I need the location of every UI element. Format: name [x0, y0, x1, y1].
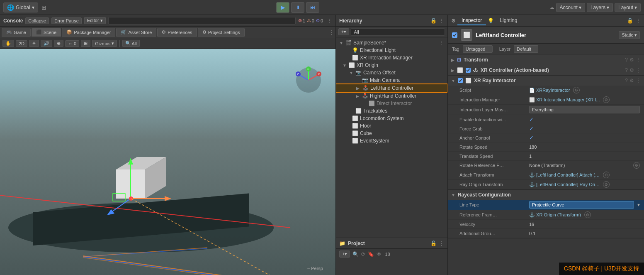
hierarchy-more-icon[interactable]: ⋮	[439, 18, 444, 24]
interaction-manager-value[interactable]: ⬜ XR Interaction Manager (XR I...	[529, 97, 600, 103]
tree-item-main-camera[interactable]: ▶ 📷 Main Camera	[336, 76, 447, 84]
xr-ray-more-icon[interactable]: ⋮	[636, 78, 641, 83]
tree-item-eventsystem[interactable]: ▶ ⬜ EventSystem	[336, 137, 447, 145]
audio-toggle-button[interactable]: 🔊	[41, 40, 52, 47]
project-eye-icon[interactable]: 👁	[377, 251, 382, 257]
light-toggle-button[interactable]: ☀	[29, 40, 39, 47]
scene-view[interactable]: Y X Z ←Persp	[0, 49, 335, 275]
transform-settings-icon[interactable]: ⚙	[629, 57, 634, 63]
raycast-header[interactable]: ▼ Raycast Configuration	[448, 190, 644, 200]
xr-ray-interactor-header[interactable]: ▼ ⬜ XR Ray Interactor ? ⚙ ⋮	[448, 76, 644, 86]
2d-button[interactable]: 2D	[16, 40, 27, 47]
script-value[interactable]: 📄 XRRayInteractor	[529, 88, 570, 93]
project-search-icon[interactable]: 🔍	[352, 251, 359, 257]
collapse-button[interactable]: Collapse	[25, 17, 49, 24]
attach-transform-value[interactable]: ⚓ [LeftHand Controller] Attach (…	[529, 172, 600, 178]
console-search-input[interactable]	[108, 17, 296, 25]
tab-game[interactable]: 🎮 Game	[2, 28, 31, 37]
object-active-checkbox[interactable]	[452, 32, 457, 38]
tree-item-direct-interactor[interactable]: ▶ ⬜ Direct Interactor	[336, 100, 447, 107]
project-sync-icon[interactable]: ⟳	[361, 251, 365, 257]
tab-inspector[interactable]: Inspector	[457, 16, 486, 25]
xr-controller-more-icon[interactable]: ⋮	[636, 67, 641, 73]
tree-item-floor[interactable]: ▶ ⬜ Floor	[336, 122, 447, 130]
tab-asset-store[interactable]: 🛒 Asset Store	[116, 28, 156, 37]
layout-button[interactable]: Layout ▾	[615, 3, 641, 12]
xr-controller-help-icon[interactable]: ?	[625, 67, 628, 73]
grid-button[interactable]: ⊞	[81, 40, 90, 47]
tab-lighting[interactable]: Lighting	[496, 16, 521, 25]
ray-origin-value[interactable]: ⚓ [LeftHand Controller] Ray Ori…	[529, 182, 600, 187]
tabs-more-icon[interactable]: ⋮	[329, 29, 334, 35]
xr-ray-help-icon[interactable]: ?	[625, 78, 628, 83]
tree-item-cube[interactable]: ▶ ⬜ Cube	[336, 130, 447, 137]
transform-more-icon[interactable]: ⋮	[636, 57, 641, 63]
hierarchy-search-input[interactable]	[351, 28, 445, 36]
interaction-manager-name: XR Interaction Manager (XR I...	[536, 97, 600, 102]
enable-interaction-checkbox[interactable]	[529, 116, 534, 123]
tree-more-icon[interactable]: ⋮	[439, 40, 444, 46]
tree-item-lefthand-controller[interactable]: ▶ 🕹️ LeftHand Controller	[336, 84, 447, 92]
pause-button[interactable]: ⏸	[291, 2, 304, 13]
tree-item-locomotion-system[interactable]: ▶ ⬜ Locomotion System	[336, 115, 447, 122]
inspector-lock-icon[interactable]: 🔓	[627, 18, 633, 24]
interaction-layer-mask-select[interactable]: Everything	[529, 106, 640, 113]
tree-item-xr-interaction-manager[interactable]: ▶ ⬜ XR Interaction Manager	[336, 54, 447, 61]
hierarchy-lock-icon[interactable]: 🔓	[430, 18, 437, 24]
tree-item-camera-offset[interactable]: ▼ 📷 Camera Offset	[336, 69, 447, 76]
tab-preferences[interactable]: ⚙ Preferences	[157, 28, 197, 37]
editor-button[interactable]: Editor ▾	[84, 17, 106, 24]
anchor-control-checkbox[interactable]	[529, 135, 534, 141]
grid-icon[interactable]: ⊞	[41, 4, 46, 11]
xr-ray-enabled[interactable]	[458, 78, 463, 83]
script-select-btn[interactable]: ⊙	[573, 87, 580, 93]
xr-ray-settings-icon[interactable]: ⚙	[629, 78, 634, 83]
project-lock-icon[interactable]: 🔓	[430, 241, 437, 246]
interaction-manager-select-btn[interactable]: ⊙	[603, 96, 610, 103]
step-button[interactable]: ⏭	[306, 2, 319, 13]
force-grab-checkbox[interactable]	[529, 125, 534, 132]
tree-item-xr-origin[interactable]: ▼ ⬜ XR Origin	[336, 61, 447, 69]
xr-controller-header[interactable]: ▶ ⬜ 🕹 XR Controller (Action-based) ? ⚙ ⋮	[448, 65, 644, 75]
tab-project-settings[interactable]: ⚙ Project Settings	[198, 28, 245, 37]
inspector-more-icon[interactable]: ⋮	[636, 18, 641, 24]
project-add-button[interactable]: +▾	[339, 250, 350, 258]
rotate-reference-btn[interactable]: ⊙	[633, 162, 640, 169]
hand-tool-button[interactable]: ✋	[2, 40, 14, 47]
effects-button[interactable]: ⊕	[54, 40, 63, 47]
reference-frame-value[interactable]: ⚓ XR Origin (Transform)	[529, 212, 581, 218]
account-button[interactable]: Account ▾	[556, 3, 585, 12]
static-button[interactable]: Static ▾	[619, 31, 640, 39]
project-more-icon[interactable]: ⋮	[439, 241, 444, 246]
tab-scene[interactable]: ⬛ Scene	[32, 28, 61, 37]
error-pause-button[interactable]: Error Pause	[51, 17, 82, 24]
xr-controller-settings-icon[interactable]: ⚙	[629, 67, 634, 73]
global-button[interactable]: 🌐 Global ▾	[3, 2, 38, 12]
move-tool[interactable]: ↔ 0	[65, 40, 79, 47]
console-more-icon[interactable]: ⋮	[327, 18, 332, 24]
tree-item-righthand-controller[interactable]: ▶ 🕹️ RightHand Controller	[336, 92, 447, 100]
tree-item-label: Floor	[360, 123, 444, 129]
hierarchy-add-button[interactable]: +▾	[338, 28, 349, 35]
transform-help-icon[interactable]: ?	[625, 57, 628, 63]
layer-select[interactable]: Default	[514, 45, 538, 53]
tree-item-trackables[interactable]: ▶ ⬜ Trackables	[336, 107, 447, 115]
play-button[interactable]: ▶	[276, 2, 289, 13]
xr-controller-enabled[interactable]	[466, 68, 471, 73]
project-bookmark-icon[interactable]: 🔖	[368, 251, 374, 257]
gizmos-button[interactable]: Gizmos ▾	[92, 40, 117, 47]
tab-package-manager[interactable]: 📦 Package Manager	[62, 28, 115, 37]
tree-item-directional-light[interactable]: ▶ 💡 Directional Light	[336, 47, 447, 54]
transform-header[interactable]: ▶ ⊞ Transform ? ⚙ ⋮	[448, 55, 644, 65]
main-layout: Console Collapse Error Pause Editor ▾ ⊗ …	[0, 15, 644, 275]
tag-select[interactable]: Untagged	[463, 45, 493, 53]
attach-transform-btn[interactable]: ⊙	[603, 172, 610, 178]
line-type-select[interactable]: Projectile Curve	[529, 201, 634, 209]
ray-origin-btn[interactable]: ⊙	[603, 181, 610, 188]
layers-button[interactable]: Layers ▾	[587, 3, 613, 12]
tree-item-samplescene[interactable]: ▼ 🎬 SampleScene* ⋮	[336, 39, 447, 47]
search-scene-button[interactable]: 🔍 All	[122, 40, 140, 47]
toolbar-separator	[119, 40, 120, 47]
reference-frame-btn[interactable]: ⊙	[584, 211, 591, 218]
ray-origin-label: Ray Origin Transform	[459, 182, 526, 187]
